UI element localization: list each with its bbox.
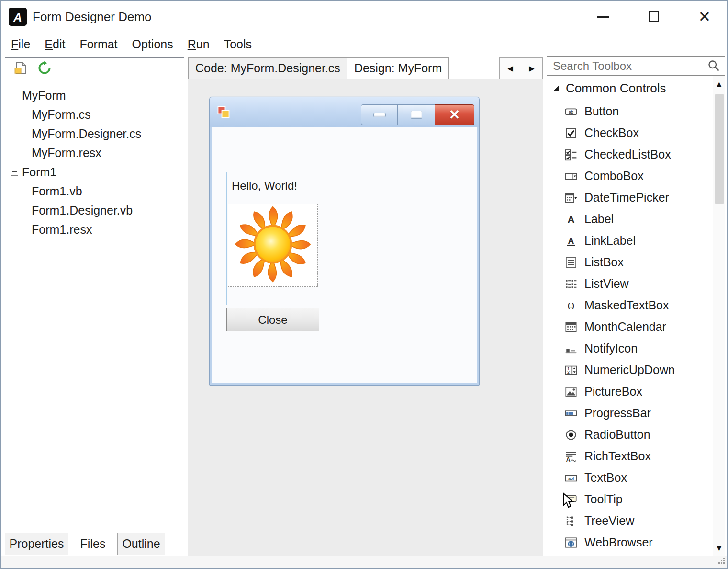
toolbox-item-picturebox[interactable]: PictureBox bbox=[547, 381, 725, 402]
svg-text:A: A bbox=[568, 214, 575, 225]
toolbox-item-checkedlistbox[interactable]: CheckedListBox bbox=[547, 144, 725, 165]
tree-item-form1[interactable]: Form1 bbox=[5, 162, 184, 182]
minimize-button[interactable] bbox=[587, 6, 619, 28]
toolbox-item-checkbox[interactable]: CheckBox bbox=[547, 122, 725, 144]
menu-run[interactable]: Run bbox=[180, 34, 217, 55]
maskedtextbox-icon: (.) bbox=[565, 299, 577, 312]
tree-item-myform-resx[interactable]: MyForm.resx bbox=[19, 143, 184, 162]
tree-item-myform-designer-cs[interactable]: MyForm.Designer.cs bbox=[19, 124, 184, 143]
toolbox-item-listview[interactable]: ListView bbox=[547, 273, 725, 295]
expanded-triangle-icon bbox=[553, 85, 559, 91]
toolbox-item-datetimepicker[interactable]: DateTimePicker bbox=[547, 187, 725, 208]
designed-form-minimize-button[interactable] bbox=[361, 104, 398, 125]
tab-outline[interactable]: Outline bbox=[117, 533, 165, 555]
monthcalendar-icon bbox=[565, 321, 577, 333]
designed-form-close-button[interactable]: ✕ bbox=[435, 104, 474, 125]
toolbox-item-monthcalendar[interactable]: MonthCalendar bbox=[547, 316, 725, 338]
toolbox-item-notifyicon[interactable]: NotifyIcon bbox=[547, 338, 725, 359]
toolbox-item-label[interactable]: A Label bbox=[547, 208, 725, 230]
common-controls-header[interactable]: Common Controls bbox=[547, 76, 725, 101]
scrollbar-thumb[interactable] bbox=[715, 94, 724, 204]
menu-options[interactable]: Options bbox=[125, 34, 180, 55]
close-icon: ✕ bbox=[698, 9, 711, 24]
toolbox-item-linklabel[interactable]: A LinkLabel bbox=[547, 230, 725, 251]
collapse-icon[interactable] bbox=[11, 92, 18, 99]
svg-text:2: 2 bbox=[567, 370, 570, 375]
richtextbox-icon: A bbox=[565, 450, 577, 463]
combobox-icon bbox=[565, 170, 577, 182]
document-tab-strip: Code: MyForm.Designer.cs Design: MyForm … bbox=[188, 57, 543, 79]
close-button-control[interactable]: Close bbox=[226, 308, 319, 331]
toolbox-scrollbar[interactable]: ▲ ▼ bbox=[713, 76, 725, 557]
tab-design-myform[interactable]: Design: MyForm bbox=[347, 57, 449, 79]
svg-text:A: A bbox=[568, 236, 574, 245]
title-bar: A Form Designer Demo ✕ bbox=[1, 1, 727, 33]
form-icon bbox=[216, 105, 231, 119]
refresh-button[interactable] bbox=[36, 60, 53, 78]
search-input[interactable] bbox=[547, 56, 725, 76]
toolbox-list: Common Controls ab Button CheckBox Check… bbox=[547, 76, 725, 557]
toolbox-item-radiobutton[interactable]: RadioButton bbox=[547, 424, 725, 445]
tab-scroll-buttons: ◀ ▶ bbox=[499, 57, 543, 79]
picturebox-icon bbox=[565, 386, 577, 398]
webbrowser-icon bbox=[565, 536, 577, 549]
panel-tabs: Properties Files Outline bbox=[5, 533, 165, 555]
design-canvas: ✕ Hello, World! bbox=[188, 79, 543, 557]
menu-tools[interactable]: Tools bbox=[217, 34, 259, 55]
toolbox-item-progressbar[interactable]: ProgressBar bbox=[547, 402, 725, 424]
toolbox-item-combobox[interactable]: ComboBox bbox=[547, 165, 725, 187]
scroll-down-button[interactable]: ▼ bbox=[713, 539, 726, 557]
tree-item-label: Form1 bbox=[22, 165, 56, 179]
tab-scroll-left-button[interactable]: ◀ bbox=[499, 57, 521, 79]
toolbox-item-maskedtextbox[interactable]: (.) MaskedTextBox bbox=[547, 295, 725, 316]
tab-scroll-right-button[interactable]: ▶ bbox=[521, 57, 543, 79]
layout-container[interactable]: Hello, World! bbox=[226, 172, 319, 305]
checkbox-icon bbox=[565, 127, 577, 139]
button-icon: ab bbox=[565, 105, 577, 118]
close-button[interactable]: ✕ bbox=[689, 6, 720, 28]
explorer-toolbar bbox=[5, 58, 184, 80]
tab-files[interactable]: Files bbox=[68, 533, 118, 555]
collapse-icon[interactable] bbox=[11, 169, 18, 176]
tree-item-label: MyForm bbox=[22, 89, 66, 102]
file-tree: MyForm MyForm.cs MyForm.Designer.cs MyFo… bbox=[5, 80, 184, 239]
tree-item-form1-vb[interactable]: Form1.vb bbox=[19, 182, 184, 201]
label-icon: A bbox=[565, 213, 577, 226]
menu-file[interactable]: File bbox=[4, 34, 37, 55]
toolbox-item-richtextbox[interactable]: A RichTextBox bbox=[547, 445, 725, 467]
hello-world-label[interactable]: Hello, World! bbox=[227, 172, 319, 202]
listbox-icon bbox=[565, 256, 577, 269]
toolbox-item-listbox[interactable]: ListBox bbox=[547, 251, 725, 273]
linklabel-icon: A bbox=[565, 235, 577, 247]
app-window: A Form Designer Demo ✕ File Edit Format … bbox=[0, 0, 728, 569]
scroll-up-button[interactable]: ▲ bbox=[713, 76, 726, 93]
tab-properties[interactable]: Properties bbox=[5, 533, 68, 555]
resize-grip[interactable] bbox=[717, 556, 726, 567]
tree-item-form1-resx[interactable]: Form1.resx bbox=[19, 220, 184, 239]
designed-form[interactable]: ✕ Hello, World! bbox=[209, 97, 480, 386]
tree-item-myform-cs[interactable]: MyForm.cs bbox=[19, 105, 184, 124]
menu-format[interactable]: Format bbox=[72, 34, 124, 55]
picture-box[interactable] bbox=[228, 204, 318, 287]
maximize-button[interactable] bbox=[638, 6, 670, 28]
designed-form-body[interactable]: Hello, World! bbox=[212, 127, 477, 383]
designed-form-maximize-button[interactable] bbox=[397, 104, 435, 125]
toolbox-item-textbox[interactable]: abl TextBox bbox=[547, 467, 725, 489]
minimize-icon bbox=[597, 16, 609, 18]
radiobutton-icon bbox=[565, 429, 577, 441]
menu-edit[interactable]: Edit bbox=[37, 34, 72, 55]
new-form-button[interactable] bbox=[12, 60, 29, 78]
tree-item-myform[interactable]: MyForm bbox=[5, 86, 184, 105]
toolbox-item-numericupdown[interactable]: 12 NumericUpDown bbox=[547, 359, 725, 381]
toolbox-panel: Common Controls ab Button CheckBox Check… bbox=[547, 56, 725, 557]
toolbox-item-webbrowser[interactable]: WebBrowser bbox=[547, 532, 725, 553]
tree-item-form1-designer-vb[interactable]: Form1.Designer.vb bbox=[19, 201, 184, 220]
toolbox-item-tooltip[interactable]: ToolTip bbox=[547, 489, 725, 510]
toolbox-item-treeview[interactable]: TreeView bbox=[547, 510, 725, 532]
new-form-icon bbox=[13, 61, 28, 77]
toolbox-item-button[interactable]: ab Button bbox=[547, 101, 725, 122]
designed-form-titlebar[interactable]: ✕ bbox=[210, 97, 479, 127]
tab-code-myform-designer[interactable]: Code: MyForm.Designer.cs bbox=[188, 57, 347, 79]
window-title: Form Designer Demo bbox=[33, 10, 152, 24]
sun-image bbox=[235, 206, 311, 284]
